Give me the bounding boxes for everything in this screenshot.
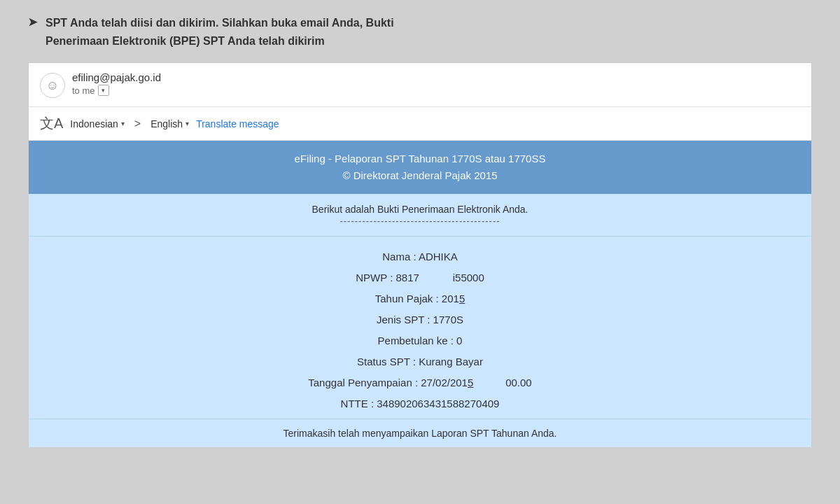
intro-line1: SPT Anda telah diisi dan dikirim. Silahk… (46, 17, 394, 29)
translate-icon: 文A (40, 114, 63, 133)
email-header: ☺ efiling@pajak.go.id to me ▾ (29, 63, 811, 107)
translate-direction-arrow: > (134, 118, 141, 130)
translate-bar: 文A Indonesian ▾ > English ▾ Translate me… (29, 107, 811, 141)
nama-field: Nama : ADHIKA (382, 251, 458, 262)
target-lang-dropdown-arrow: ▾ (186, 120, 189, 127)
tanggal-field: Tanggal Penyampaian : 27/02/2015 00.00 (308, 377, 531, 388)
email-container: ☺ efiling@pajak.go.id to me ▾ 文A Indones… (28, 62, 812, 448)
pembetulan-field: Pembetulan ke : 0 (378, 335, 463, 346)
page-container: ➤ SPT Anda telah diisi dan dikirim. Sila… (21, 14, 819, 448)
translate-message-link[interactable]: Translate message (196, 118, 279, 130)
email-body: eFiling - Pelaporan SPT Tahunan 1770S at… (29, 141, 811, 447)
tahun-field: Tahun Pajak : 2015 (375, 293, 465, 304)
bullet-arrow-icon: ➤ (28, 15, 37, 29)
email-meta: efiling@pajak.go.id to me ▾ (72, 71, 161, 96)
npwp-field: NPWP : 8817 i55000 (356, 272, 484, 284)
status-field: Status SPT : Kurang Bayar (357, 356, 483, 368)
jenis-field: Jenis SPT : 1770S (377, 314, 463, 326)
sender-avatar-icon: ☺ (40, 73, 65, 98)
email-footer-row: Terimakasih telah menyampaikan Laporan S… (29, 419, 811, 448)
intro-paragraph: SPT Anda telah diisi dan dikirim. Silahk… (46, 14, 394, 50)
email-content-table: eFiling - Pelaporan SPT Tahunan 1770S at… (29, 141, 811, 447)
target-language-select[interactable]: English ▾ (150, 118, 189, 130)
intro-line2: Penerimaan Elektronik (BPE) SPT Anda tel… (46, 35, 325, 47)
sender-address: efiling@pajak.go.id (72, 71, 161, 83)
ntte-field: NTTE : 348902063431588270409 (341, 398, 500, 410)
intro-section: ➤ SPT Anda telah diisi dan dikirim. Sila… (21, 14, 819, 50)
source-lang-dropdown-arrow: ▾ (121, 120, 125, 127)
separator-line: ----------------------------------------… (340, 216, 500, 226)
to-dropdown-button[interactable]: ▾ (98, 85, 109, 96)
email-header-row: eFiling - Pelaporan SPT Tahunan 1770S at… (29, 141, 811, 194)
email-intro-row: Berikut adalah Bukti Penerimaan Elektron… (29, 194, 811, 237)
source-language-select[interactable]: Indonesian ▾ (70, 118, 125, 130)
email-details-row: Nama : ADHIKA NPWP : 8817 i55000 Tahun P… (29, 237, 811, 419)
recipient-label: to me ▾ (72, 85, 161, 96)
